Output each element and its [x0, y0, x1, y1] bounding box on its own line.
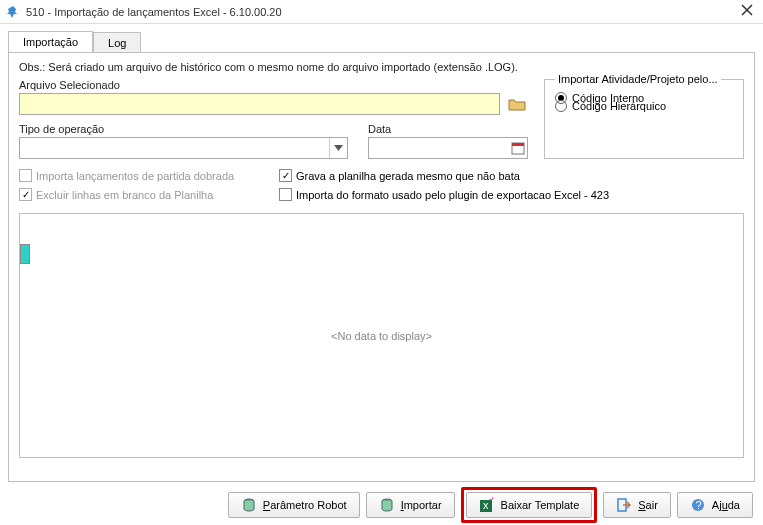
chk-importa-partida: Importa lançamentos de partida dobrada: [19, 169, 249, 182]
radio-codigo-hierarquico[interactable]: Código Hierárquico: [555, 100, 733, 112]
pin-icon: [6, 5, 20, 19]
chk-label: Grava a planilha gerada mesmo que não ba…: [296, 170, 520, 182]
checkbox-icon: [279, 169, 292, 182]
checkbox-icon: [19, 188, 32, 201]
btn-label: Parâmetro Robot: [263, 499, 347, 511]
radio-label: Código Hierárquico: [572, 100, 666, 112]
excel-export-icon: x: [479, 497, 495, 513]
btn-label: Importar: [401, 499, 442, 511]
window-title: 510 - Importação de lançamentos Excel - …: [26, 6, 741, 18]
chk-label: Importa lançamentos de partida dobrada: [36, 170, 234, 182]
close-icon[interactable]: [741, 4, 757, 20]
title-bar: 510 - Importação de lançamentos Excel - …: [0, 0, 763, 24]
checkbox-icon: [19, 169, 32, 182]
ajuda-button[interactable]: ? Ajuda: [677, 492, 753, 518]
tab-log[interactable]: Log: [93, 32, 141, 53]
help-icon: ?: [690, 497, 706, 513]
tipo-select[interactable]: [19, 137, 348, 159]
obs-text: Obs.: Será criado um arquivo de históric…: [19, 61, 744, 73]
chk-label: Importa do formato usado pelo plugin de …: [296, 189, 609, 201]
svg-rect-1: [512, 143, 524, 146]
svg-text:?: ?: [695, 499, 701, 511]
importar-atividade-fieldset: Importar Atividade/Projeto pelo... Códig…: [544, 79, 744, 159]
sair-button[interactable]: Sair: [603, 492, 671, 518]
fieldset-title: Importar Atividade/Projeto pelo...: [555, 73, 721, 85]
baixar-template-button[interactable]: x Baixar Template: [466, 492, 593, 518]
tipo-label: Tipo de operação: [19, 123, 348, 135]
main-panel: Obs.: Será criado um arquivo de históric…: [8, 52, 755, 482]
database-icon: [379, 497, 395, 513]
tab-importacao[interactable]: Importação: [8, 31, 93, 53]
chk-excluir-branco: Excluir linhas em branco da Planilha: [19, 188, 249, 201]
svg-text:x: x: [483, 499, 489, 511]
exit-icon: [616, 497, 632, 513]
checkbox-icon: [279, 188, 292, 201]
database-icon: [241, 497, 257, 513]
chk-importa-formato[interactable]: Importa do formato usado pelo plugin de …: [279, 188, 609, 201]
grid-empty-text: <No data to display>: [331, 330, 432, 342]
importar-button[interactable]: Importar: [366, 492, 455, 518]
btn-label: Sair: [638, 499, 658, 511]
parametro-robot-button[interactable]: Parâmetro Robot: [228, 492, 360, 518]
chk-label: Excluir linhas em branco da Planilha: [36, 189, 213, 201]
data-grid[interactable]: <No data to display>: [19, 213, 744, 458]
browse-folder-icon[interactable]: [506, 93, 528, 115]
arquivo-input[interactable]: [19, 93, 500, 115]
data-input[interactable]: [368, 137, 528, 159]
grid-handle-icon[interactable]: [20, 244, 30, 264]
btn-label: Baixar Template: [501, 499, 580, 511]
calendar-icon: [509, 139, 527, 157]
data-label: Data: [368, 123, 528, 135]
chk-grava-planilha[interactable]: Grava a planilha gerada mesmo que não ba…: [279, 169, 609, 182]
tab-bar: Importação Log: [0, 24, 763, 52]
highlight-box: x Baixar Template: [461, 487, 598, 523]
btn-label: Ajuda: [712, 499, 740, 511]
radio-icon: [555, 100, 567, 112]
chevron-down-icon: [329, 138, 347, 158]
arquivo-label: Arquivo Selecionado: [19, 79, 528, 91]
footer-toolbar: Parâmetro Robot Importar x Baixar Templa…: [0, 485, 763, 525]
